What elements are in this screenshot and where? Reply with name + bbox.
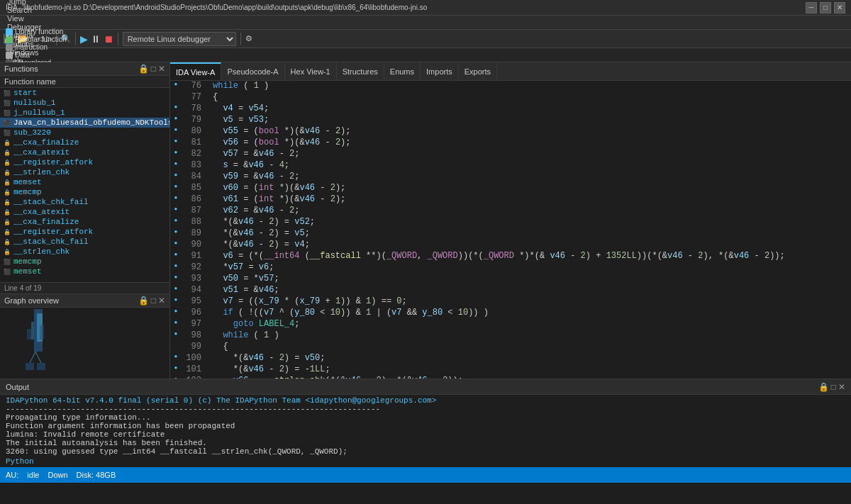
line-dot: ●	[170, 376, 182, 379]
function-item[interactable]: ⬛j_nullsub_1	[0, 108, 169, 118]
function-item[interactable]: ⬛Java_cn_bluesadi_obfudemo_NDKTools_chec…	[0, 118, 169, 128]
func-icon: ⬛	[3, 128, 11, 137]
code-line[interactable]: ●85 v60 = (int *)(&v46 - 2);	[170, 183, 851, 194]
graph-float-icon[interactable]: □	[151, 296, 156, 306]
code-line[interactable]: ●100 *(&v46 - 2) = v50;	[170, 353, 851, 364]
code-line[interactable]: ●89 *(&v46 - 2) = v5;	[170, 228, 851, 240]
code-view[interactable]: ●76while ( 1 )77{●78 v4 = v54;●79 v5 = v…	[170, 81, 851, 379]
debugger-select[interactable]: Remote Linux debugger	[123, 32, 236, 46]
function-item[interactable]: ⬛memset	[0, 267, 169, 276]
function-item[interactable]: 🔒__cxa_finalize	[0, 138, 169, 147]
close-panel-icon[interactable]: ✕	[158, 64, 165, 74]
code-line[interactable]: ●86 v61 = (int *)(&v46 - 2);	[170, 194, 851, 206]
line-number: 98	[182, 330, 207, 340]
line-code: v51 = &v46;	[207, 285, 851, 295]
code-line[interactable]: ●88 *(&v46 - 2) = v52;	[170, 217, 851, 228]
tab-pseudocode-a[interactable]: Pseudocode-A	[221, 62, 284, 80]
toolbar-pause[interactable]: ⏸	[91, 33, 101, 45]
line-dot: ●	[170, 353, 182, 359]
line-dot: ●	[170, 251, 182, 257]
function-item[interactable]: ⬛nullsub_1	[0, 98, 169, 108]
code-line[interactable]: ●81 v56 = (bool *)(&v46 - 2);	[170, 138, 851, 149]
code-line[interactable]: ●93 v50 = *v57;	[170, 274, 851, 285]
code-line[interactable]: ●80 v55 = (bool *)(&v46 - 2);	[170, 126, 851, 138]
toolbar-more[interactable]: ⚙	[245, 34, 252, 43]
code-line[interactable]: ●95 v7 = ((x_79 * (x_79 + 1)) & 1) == 0;	[170, 296, 851, 308]
function-item[interactable]: 🔒memset	[0, 177, 169, 187]
line-number: 82	[182, 149, 207, 159]
functions-header-controls[interactable]: 🔒 □ ✕	[138, 64, 165, 74]
function-item[interactable]: 🔒__register_atfork	[0, 157, 169, 167]
code-line[interactable]: ●84 v59 = &v46 - 2;	[170, 172, 851, 183]
output-header: Output 🔒 □ ✕	[0, 379, 851, 395]
tab-imports[interactable]: Imports	[421, 62, 459, 80]
code-line[interactable]: ●76while ( 1 )	[170, 81, 851, 92]
function-name: __strlen_chk	[13, 168, 69, 177]
legendbar: Library functionRegular functionInstruct…	[0, 48, 851, 62]
output-close-icon[interactable]: ✕	[838, 382, 845, 392]
menu-item-jump[interactable]: Jump	[3, 0, 45, 6]
code-line[interactable]: ●90 *(&v46 - 2) = v4;	[170, 240, 851, 251]
tab-ida-view-a[interactable]: IDA View-A	[170, 62, 221, 80]
float-icon[interactable]: □	[151, 64, 156, 74]
code-line[interactable]: ●79 v5 = v53;	[170, 115, 851, 126]
close-button[interactable]: ✕	[834, 2, 845, 13]
menu-item-search[interactable]: Search	[3, 6, 45, 14]
graph-header-controls[interactable]: 🔒 □ ✕	[138, 296, 165, 306]
function-name: __stack_chk_fail	[13, 237, 89, 246]
tabs-container: IDA View-APseudocode-AHex View-1Structur…	[170, 62, 497, 80]
lock-icon: 🔒	[3, 138, 11, 147]
code-line[interactable]: ●96 if ( !((v7 ^ (y_80 < 10)) & 1 | (v7 …	[170, 308, 851, 319]
function-item[interactable]: 🔒memcmp	[0, 187, 169, 197]
lock-icon[interactable]: 🔒	[138, 64, 149, 74]
code-line[interactable]: ●82 v57 = &v46 - 2;	[170, 149, 851, 160]
graph-close-icon[interactable]: ✕	[158, 296, 165, 306]
code-line[interactable]: ●87 v62 = &v46 - 2;	[170, 206, 851, 217]
output-content[interactable]: IDAPython 64-bit v7.4.0 final (serial 0)…	[0, 395, 851, 467]
line-code: if ( !((v7 ^ (y_80 < 10)) & 1 | (v7 && y…	[207, 308, 851, 318]
code-line[interactable]: ●91 v6 = (*(__int64 (__fastcall **)(_QWO…	[170, 251, 851, 262]
output-lock-icon[interactable]: 🔒	[818, 382, 829, 392]
code-line[interactable]: ●83 s = &v46 - 4;	[170, 160, 851, 172]
tab-structures[interactable]: Structures	[337, 62, 384, 80]
function-item[interactable]: 🔒__stack_chk_fail	[0, 197, 169, 207]
menu-item-view[interactable]: View	[3, 14, 45, 23]
function-item[interactable]: 🔒__stack_chk_fail	[0, 237, 169, 247]
function-item[interactable]: 🔒__cxa_finalize	[0, 217, 169, 227]
toolbar: 💾 📂 ◁ ▷ 🔍 ▶ ⏸ ⏹ Remote Linux debugger ⚙	[0, 30, 851, 48]
minimize-button[interactable]: ─	[806, 2, 817, 13]
output-float-icon[interactable]: □	[831, 382, 836, 392]
svg-line-6	[35, 352, 41, 363]
line-number: 95	[182, 296, 207, 306]
titlebar-title: IDA - libobfudemo-jni.so D:\Development\…	[6, 4, 427, 11]
code-line[interactable]: 77{	[170, 92, 851, 103]
function-item[interactable]: ⬛memcmp	[0, 257, 169, 267]
maximize-button[interactable]: □	[820, 2, 831, 13]
function-item[interactable]: 🔒__strlen_chk	[0, 167, 169, 177]
function-item[interactable]: 🔒__cxa_atexit	[0, 147, 169, 157]
tab-exports[interactable]: Exports	[459, 62, 497, 80]
function-item[interactable]: ⬛sub_3220	[0, 128, 169, 138]
code-line[interactable]: ●102 v66 = __strlen_chk(*(&v46 - 2), *(&…	[170, 376, 851, 379]
code-line[interactable]: ●97 goto LABEL_4;	[170, 319, 851, 330]
function-item[interactable]: 🔒__cxa_atexit	[0, 207, 169, 217]
code-line[interactable]: 99 {	[170, 342, 851, 353]
tab-enums[interactable]: Enums	[384, 62, 421, 80]
function-name: __cxa_finalize	[13, 138, 79, 147]
titlebar-controls[interactable]: ─ □ ✕	[806, 2, 845, 13]
function-item[interactable]: ⬛start	[0, 88, 169, 98]
toolbar-stop[interactable]: ⏹	[104, 33, 113, 45]
code-line[interactable]: ●98 while ( 1 )	[170, 330, 851, 342]
code-line[interactable]: ●94 v51 = &v46;	[170, 285, 851, 296]
toolbar-play[interactable]: ▶	[80, 33, 88, 45]
statusbar: AU: idle Down Disk: 48GB	[0, 467, 851, 483]
functions-list[interactable]: ⬛start⬛nullsub_1⬛j_nullsub_1⬛Java_cn_blu…	[0, 88, 169, 282]
function-item[interactable]: 🔒__register_atfork	[0, 227, 169, 237]
graph-lock-icon[interactable]: 🔒	[138, 296, 149, 306]
code-line[interactable]: ●101 *(&v46 - 2) = -1LL;	[170, 364, 851, 376]
tab-hex-view-1[interactable]: Hex View-1	[285, 62, 337, 80]
output-controls[interactable]: 🔒 □ ✕	[818, 382, 845, 392]
function-item[interactable]: 🔒__strlen_chk	[0, 247, 169, 257]
code-line[interactable]: ●92 *v57 = v6;	[170, 262, 851, 274]
code-line[interactable]: ●78 v4 = v54;	[170, 103, 851, 115]
